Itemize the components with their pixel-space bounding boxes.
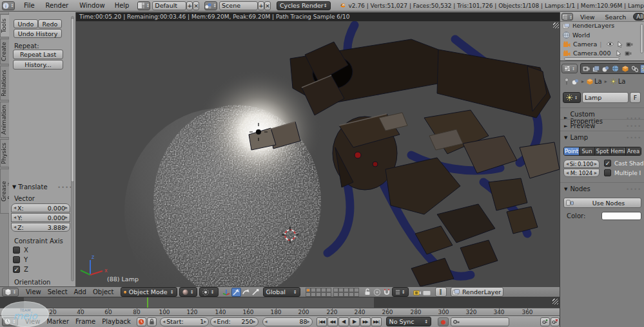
menu-help[interactable]: Help <box>112 2 133 9</box>
arrow-left-icon[interactable]: ◂ <box>14 225 16 230</box>
lamp-size-field[interactable]: ◂ Si: 0.100 ▸ <box>563 160 600 168</box>
tab-scene[interactable] <box>601 64 610 73</box>
tab-grease-pencil[interactable]: Grease Pencil <box>0 169 9 214</box>
arrow-right-icon[interactable]: ▸ <box>65 225 68 230</box>
add-layout-button[interactable]: + <box>186 1 193 10</box>
translate-y-field[interactable]: ◂ Y: 0.000 ▸ <box>11 213 70 222</box>
visibility-eye-icon[interactable] <box>607 41 614 47</box>
arrow-right-icon[interactable]: ▸ <box>65 215 68 220</box>
pause-render-button[interactable]: ‖ <box>435 287 447 297</box>
toolshelf-scrollbar[interactable] <box>71 18 74 182</box>
nodes-panel-header[interactable]: ▼Nodes ∙∙∙∙ <box>564 185 641 192</box>
id-name-field[interactable]: Lamp <box>582 92 629 103</box>
region-resize-grip[interactable] <box>552 299 558 304</box>
tab-constraints[interactable] <box>630 64 639 73</box>
arrow-right-icon[interactable]: ▸ <box>204 319 206 324</box>
undo-button[interactable]: Undo <box>14 19 38 28</box>
sync-dropdown[interactable]: No Sync ↕ <box>386 317 432 326</box>
menu-select[interactable]: Select <box>44 288 71 295</box>
arrow-right-icon[interactable]: ▸ <box>307 319 310 324</box>
editor-type-3dview-button[interactable]: ↕ <box>2 288 19 297</box>
viewport-3d[interactable]: z x Time:00:05.20 | Remaining:00:03.46 |… <box>76 12 560 286</box>
constraint-z-row[interactable]: ✓Z <box>13 266 28 273</box>
jump-to-next-keyframe-button[interactable]: ▶▶ <box>360 317 371 326</box>
tab-render[interactable] <box>582 64 590 73</box>
lamp-browse-dropdown[interactable]: ↕ <box>563 92 581 103</box>
editor-type-properties-button[interactable]: ↕ <box>561 64 578 73</box>
add-scene-button[interactable]: + <box>258 1 264 10</box>
constraint-y-row[interactable]: Y <box>13 256 28 263</box>
arrow-left-icon[interactable]: ◂ <box>566 171 569 176</box>
pin-icon[interactable] <box>564 78 569 85</box>
render-opengl-anim-button[interactable] <box>422 288 432 297</box>
menu-file[interactable]: File <box>21 2 38 9</box>
scene-icon-button[interactable]: ↕ <box>204 1 217 10</box>
constraint-x-row[interactable]: X <box>13 247 28 254</box>
tab-physics[interactable]: Physics <box>0 139 9 167</box>
editor-type-outliner-button[interactable]: ↕ <box>561 13 573 21</box>
renderability-camera-icon[interactable] <box>626 41 633 47</box>
checkbox-y[interactable] <box>13 256 20 263</box>
cast-shadow-checkbox-checked[interactable]: ✓ <box>604 160 611 167</box>
menu-render[interactable]: Render <box>43 2 72 9</box>
undo-history-button[interactable]: Undo History <box>14 29 62 38</box>
translate-x-field[interactable]: ◂ X: 0.000 ▸ <box>11 203 70 212</box>
arrow-right-icon[interactable]: ▸ <box>65 205 68 210</box>
lamp-type-hemi[interactable]: Hemi <box>610 147 626 155</box>
auto-keyframe-record-button[interactable]: ● <box>438 317 449 326</box>
lamp-map-resolution-field[interactable]: ◂ M: 1024 ▸ <box>563 169 600 177</box>
tab-render-layers[interactable] <box>592 64 600 73</box>
tab-relations[interactable]: Relations <box>0 66 9 100</box>
translate-manipulator-toggle[interactable] <box>231 288 241 297</box>
panel-drag-dots[interactable]: ∙∙∙∙ <box>626 123 641 129</box>
selectability-cursor-icon[interactable] <box>618 41 623 48</box>
preview-panel-header[interactable]: ►Preview ∙∙∙∙ <box>564 122 641 129</box>
lamp-type-sun[interactable]: Sun <box>580 147 595 155</box>
layers-grid-2[interactable] <box>333 288 359 297</box>
end-frame-field[interactable]: ◂ End: 250 ▸ <box>210 317 258 326</box>
menu-outliner-view[interactable]: View <box>577 14 598 21</box>
history-button[interactable]: History... <box>13 60 63 70</box>
renderlayer-button[interactable]: RenderLayer <box>451 287 503 297</box>
arrow-right-icon[interactable]: ▸ <box>253 319 256 324</box>
outliner-hscrollbar[interactable] <box>564 57 620 61</box>
outliner-item-camera[interactable]: Camera | <box>563 40 642 48</box>
lamp-type-spot[interactable]: Spot <box>595 147 610 155</box>
pivot-dropdown[interactable]: ↕ <box>199 287 219 297</box>
tab-object[interactable] <box>621 64 629 73</box>
menu-add[interactable]: Add <box>71 288 90 295</box>
mode-dropdown[interactable]: Object Mode ↕ <box>121 287 177 297</box>
use-nodes-button[interactable]: Use Nodes <box>563 198 641 208</box>
outliner-vscrollbar[interactable] <box>640 24 643 53</box>
renderability-camera-icon[interactable] <box>625 50 632 56</box>
jump-to-end-button[interactable]: ▶▶| <box>371 317 382 326</box>
color-swatch[interactable] <box>601 212 641 220</box>
play-reverse-button[interactable]: ◀ <box>338 317 349 326</box>
tab-tools[interactable]: Tools <box>0 14 9 37</box>
redo-button[interactable]: Redo <box>38 19 62 28</box>
multiple-importance-checkbox[interactable] <box>604 169 611 176</box>
render-opengl-button[interactable] <box>413 288 422 297</box>
editor-type-info-button[interactable]: i ↕ <box>2 1 15 10</box>
insert-keyframe-button[interactable] <box>540 317 549 326</box>
delete-keyframe-button[interactable] <box>551 317 560 326</box>
cast-shadow-row[interactable]: ✓ Cast Shad <box>604 160 644 167</box>
screen-layout-icon-button[interactable]: ↕ <box>137 1 150 10</box>
snap-element-dropdown[interactable]: ↕ <box>392 287 409 297</box>
delete-layout-button[interactable]: × <box>193 1 199 10</box>
keying-set-field[interactable] <box>451 317 509 326</box>
breadcrumb-scene-icon[interactable] <box>572 79 579 85</box>
shading-dropdown[interactable]: ↕ <box>179 287 197 297</box>
repeat-last-button[interactable]: Repeat Last <box>13 50 63 59</box>
rotate-manipulator-toggle[interactable] <box>241 288 251 297</box>
layers-grid-1[interactable] <box>306 288 331 297</box>
translate-z-field[interactable]: ◂ Z: 3.888 ▸ <box>11 223 70 232</box>
delete-scene-button[interactable]: × <box>264 1 271 10</box>
menu-tl-frame[interactable]: Frame <box>72 318 99 325</box>
arrow-left-icon[interactable]: ◂ <box>14 215 16 220</box>
outliner-scope-dropdown[interactable]: All S <box>633 13 644 21</box>
lamp-type-area[interactable]: Area <box>626 147 641 155</box>
arrow-right-icon[interactable]: ▸ <box>594 162 597 167</box>
arrow-left-icon[interactable]: ◂ <box>14 205 16 210</box>
current-frame-line[interactable] <box>147 297 148 308</box>
